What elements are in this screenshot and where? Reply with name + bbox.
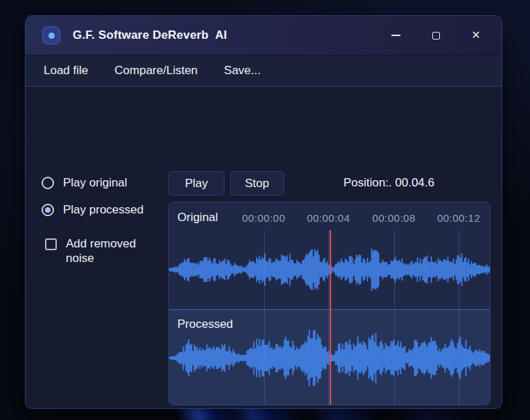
app-icon-dot: [48, 33, 55, 39]
checkbox-label: Add removed noise: [66, 236, 153, 265]
menu-item-compare-listen[interactable]: Compare/Listen: [114, 64, 197, 78]
position-readout: Position:. 00.04.6: [328, 176, 434, 190]
radio-icon: [42, 204, 54, 216]
maximize-button[interactable]: [416, 21, 456, 49]
title-bar[interactable]: G.F. Software DeReverb AI ✕: [26, 16, 502, 55]
main-content: Play original Play processed Add removed…: [26, 87, 502, 408]
time-label: 00:00:04: [307, 212, 350, 224]
playhead: [330, 230, 331, 405]
track-label-original: Original: [177, 211, 218, 225]
minimize-icon: [391, 35, 400, 36]
window-title: G.F. Software DeReverb AI: [73, 28, 227, 42]
close-icon: ✕: [471, 30, 480, 41]
track-label-processed: Processed: [177, 317, 233, 331]
menu-item-load-file[interactable]: Load file: [44, 64, 88, 78]
window-controls: ✕: [376, 16, 496, 55]
app-icon: [42, 26, 60, 44]
radio-label: Play original: [63, 176, 127, 190]
time-label: 00:00:00: [242, 212, 285, 224]
menu-bar: Load file Compare/Listen Save...: [26, 55, 502, 87]
radio-icon: [42, 177, 54, 189]
time-label: 00:00:08: [372, 212, 415, 224]
desktop-background: G.F. Software DeReverb AI ✕ Load file Co…: [0, 0, 530, 420]
stop-button[interactable]: Stop: [230, 171, 284, 195]
radio-play-original[interactable]: Play original: [42, 176, 127, 190]
close-button[interactable]: ✕: [456, 21, 496, 49]
radio-play-processed[interactable]: Play processed: [42, 203, 143, 217]
checkbox-icon: [45, 238, 57, 250]
app-window: G.F. Software DeReverb AI ✕ Load file Co…: [25, 15, 502, 409]
waveform-panel: Original Processed 00:00:00 00:00:04 00:…: [168, 202, 491, 405]
maximize-icon: [432, 32, 440, 40]
menu-item-save[interactable]: Save...: [224, 64, 260, 78]
checkbox-add-removed-noise[interactable]: Add removed noise: [45, 236, 153, 265]
time-label: 00:00:12: [437, 212, 480, 224]
play-button[interactable]: Play: [168, 171, 224, 195]
minimize-button[interactable]: [376, 21, 416, 49]
radio-label: Play processed: [63, 203, 143, 217]
